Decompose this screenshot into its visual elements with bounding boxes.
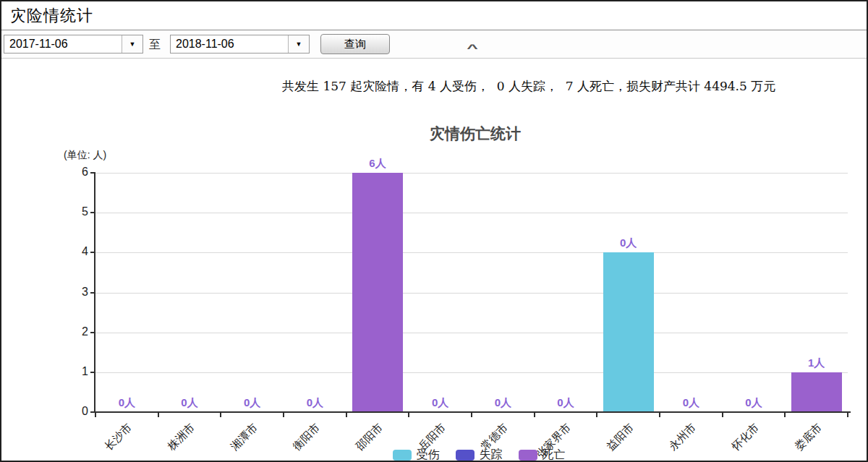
legend-swatch-icon	[393, 450, 412, 461]
gridline	[95, 213, 848, 213]
legend-label: 死亡	[542, 448, 566, 462]
x-axis-tick	[596, 412, 597, 417]
bar-value-label: 1人	[788, 356, 846, 370]
x-axis-tick	[158, 412, 159, 417]
bar-value-label: 0人	[725, 396, 783, 410]
app-window: 灾险情统计 2017-11-06 ▼ 至 2018-11-06 ▼ 查询 ^ 共…	[0, 0, 868, 462]
bar-value-label: 0人	[662, 396, 720, 410]
x-axis-tick	[95, 412, 96, 417]
y-axis-label: 6	[82, 166, 88, 179]
gridline	[95, 173, 848, 174]
legend-label: 受伤	[417, 448, 440, 462]
gridline	[95, 293, 848, 294]
y-axis-line	[94, 172, 95, 413]
x-axis-line	[91, 411, 851, 413]
chart-plot-area: 01234560人长沙市0人株洲市0人湘潭市0人衡阳市6人邵阳市0人岳阳市0人常…	[1, 1, 868, 462]
x-axis-tick	[784, 412, 786, 417]
y-axis-label: 0	[82, 405, 88, 418]
x-axis-tick	[408, 412, 409, 417]
x-axis-tick	[722, 412, 723, 417]
gridline	[95, 333, 848, 333]
bar-value-label: 0人	[161, 396, 218, 410]
gridline	[95, 252, 848, 253]
x-axis-tick	[847, 412, 848, 417]
bar-value-label: 0人	[286, 396, 344, 410]
y-axis-label: 2	[82, 325, 88, 338]
x-axis-tick	[471, 412, 472, 417]
y-axis-label: 3	[82, 286, 88, 299]
y-axis-label: 5	[82, 205, 88, 218]
bar-value-label: 0人	[224, 396, 281, 410]
x-axis-tick	[346, 412, 347, 417]
bar-value-label: 6人	[349, 157, 407, 171]
bar-value-label: 0人	[474, 396, 532, 410]
bar-5	[352, 173, 403, 412]
x-axis-tick	[283, 412, 284, 417]
x-axis-tick	[534, 412, 535, 417]
bar-value-label: 0人	[537, 396, 595, 410]
y-axis-label: 4	[82, 245, 88, 258]
bar-value-label: 0人	[600, 236, 658, 250]
legend-item-3[interactable]: 死亡	[519, 448, 566, 462]
bar-value-label: 0人	[412, 396, 469, 410]
legend-item-2[interactable]: 失踪	[456, 448, 503, 462]
bar-12	[791, 372, 842, 412]
x-axis-tick	[220, 412, 221, 417]
bar-9	[603, 252, 654, 412]
legend-item-1[interactable]: 受伤	[393, 448, 440, 462]
x-axis-tick	[659, 412, 660, 417]
y-axis-label: 1	[82, 365, 88, 378]
chart-legend: 受伤失踪死亡	[95, 448, 862, 462]
legend-swatch-icon	[456, 450, 475, 461]
bar-value-label: 0人	[98, 396, 156, 410]
legend-label: 失踪	[480, 448, 503, 462]
gridline	[95, 372, 848, 373]
legend-swatch-icon	[519, 450, 537, 461]
